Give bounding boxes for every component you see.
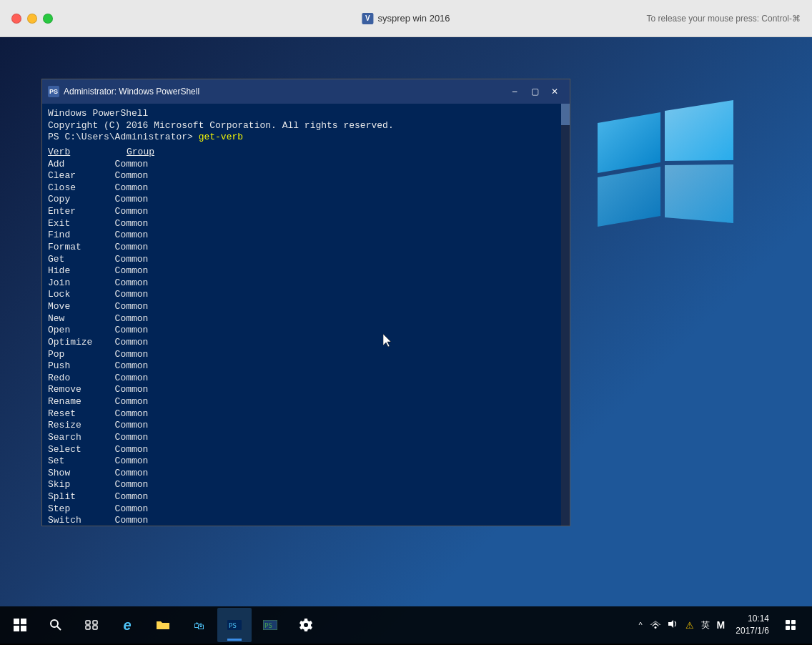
verb-row: Lock Common	[48, 289, 555, 301]
mac-window-buttons	[11, 14, 53, 24]
ps-terminal[interactable]: Windows PowerShell Copyright (C) 2016 Mi…	[42, 104, 561, 526]
mac-titlebar: V sysprep win 2016 To release your mouse…	[0, 0, 812, 37]
verb-row: Hide Common	[48, 265, 555, 277]
verb-row: Exit Common	[48, 218, 555, 230]
system-tray: ^ ⚠ 英 M	[636, 618, 727, 633]
svg-rect-24	[791, 626, 796, 630]
svg-marker-20	[668, 620, 673, 628]
verb-row: Join Common	[48, 277, 555, 290]
powershell2-taskbar-button[interactable]: PS	[253, 608, 287, 642]
tray-network-icon[interactable]	[648, 618, 663, 632]
file-explorer-button[interactable]	[146, 608, 180, 642]
ps-window-controls[interactable]: – ▢ ✕	[505, 84, 564, 99]
verb-row: Search Common	[48, 432, 555, 444]
ps-scrollbar[interactable]	[561, 104, 570, 526]
verb-row: Select Common	[48, 444, 555, 456]
svg-rect-13	[86, 626, 90, 629]
verb-row: Optimize Common	[48, 337, 555, 349]
verb-row: Show Common	[48, 468, 555, 480]
clock-time: 10:14	[736, 613, 769, 625]
ps-header-line1: Windows PowerShell	[48, 108, 555, 120]
verb-row: Close Common	[48, 182, 555, 195]
svg-rect-21	[786, 620, 790, 624]
powershell-window: PS Administrator: Windows PowerShell – ▢…	[41, 79, 570, 526]
verb-row: Switch Common	[48, 515, 555, 526]
verb-row: Split Common	[48, 491, 555, 503]
svg-rect-7	[14, 626, 19, 631]
verb-row: Get Common	[48, 254, 555, 266]
verb-row: Find Common	[48, 230, 555, 242]
edge-button[interactable]: e	[110, 608, 144, 642]
svg-point-19	[654, 626, 656, 629]
ps-close-button[interactable]: ✕	[545, 84, 564, 99]
windows-logo	[583, 80, 741, 237]
verb-row: Redo Common	[48, 373, 555, 385]
svg-rect-6	[21, 619, 26, 624]
svg-rect-14	[93, 626, 97, 629]
mac-close-button[interactable]	[11, 14, 21, 24]
ps-restore-button[interactable]: ▢	[525, 84, 544, 99]
settings-button[interactable]	[289, 608, 323, 642]
powershell-taskbar-button[interactable]: PS	[217, 608, 252, 642]
store-button[interactable]: 🛍	[182, 608, 216, 642]
tray-warning-icon[interactable]: ⚠	[683, 619, 696, 632]
verb-row: Enter Common	[48, 206, 555, 218]
ps-col-group: Group	[127, 147, 154, 157]
verb-row: Push Common	[48, 360, 555, 373]
verb-row: Remove Common	[48, 384, 555, 396]
svg-point-9	[51, 620, 58, 627]
svg-rect-8	[21, 626, 26, 631]
clock-display[interactable]: 10:14 2017/1/6	[731, 611, 773, 639]
svg-rect-23	[786, 626, 790, 630]
verb-row: New Common	[48, 313, 555, 325]
svg-marker-0	[598, 112, 660, 173]
ps-titlebar[interactable]: PS Administrator: Windows PowerShell – ▢…	[42, 79, 570, 104]
ps-prompt-line: PS C:\Users\Administrator> get-verb	[48, 132, 555, 144]
verb-row: Clear Common	[48, 170, 555, 182]
ps-scrollbar-thumb[interactable]	[561, 104, 570, 125]
verb-row: Move Common	[48, 301, 555, 313]
ps-command: get-verb	[199, 132, 243, 142]
svg-line-10	[57, 626, 61, 630]
ps-header-line2: Copyright (C) 2016 Microsoft Corporation…	[48, 120, 555, 132]
start-button[interactable]	[3, 608, 37, 642]
tray-volume-icon[interactable]	[666, 618, 680, 632]
taskbar: e 🛍 PS PS ^	[0, 606, 812, 644]
svg-rect-11	[86, 621, 90, 624]
verb-list: Add CommonClear CommonClose CommonCopy C…	[48, 159, 555, 526]
svg-rect-5	[14, 619, 19, 624]
verb-row: Step Common	[48, 503, 555, 516]
notification-button[interactable]	[778, 612, 803, 638]
verb-row: Copy Common	[48, 194, 555, 206]
ps-output-header: VerbGroup	[48, 147, 555, 159]
svg-rect-22	[791, 620, 796, 624]
svg-marker-3	[665, 164, 733, 223]
svg-marker-1	[665, 100, 733, 161]
vm-icon: V	[362, 13, 373, 24]
svg-text:PS: PS	[264, 622, 272, 629]
mac-minimize-button[interactable]	[27, 14, 37, 24]
clock-date: 2017/1/6	[736, 625, 769, 637]
search-button[interactable]	[39, 608, 73, 642]
desktop: PS Administrator: Windows PowerShell – ▢…	[0, 37, 812, 644]
verb-row: Reset Common	[48, 408, 555, 420]
svg-text:PS: PS	[229, 622, 237, 629]
ps-app-icon: PS	[48, 86, 59, 97]
task-view-button[interactable]	[74, 608, 109, 642]
svg-marker-2	[598, 167, 660, 227]
verb-row: Skip Common	[48, 479, 555, 491]
mac-window-title: sysprep win 2016	[377, 13, 450, 24]
ps-prompt: PS C:\Users\Administrator>	[48, 132, 199, 142]
verb-row: Set Common	[48, 456, 555, 468]
tray-app-icon[interactable]: M	[715, 618, 728, 632]
verb-row: Open Common	[48, 325, 555, 337]
mac-maximize-button[interactable]	[43, 14, 53, 24]
mac-hint-text: To release your mouse press: Control-⌘	[647, 14, 801, 24]
ps-content-area: Windows PowerShell Copyright (C) 2016 Mi…	[42, 104, 570, 526]
ps-titlebar-left: PS Administrator: Windows PowerShell	[48, 86, 199, 97]
mac-title-area: V sysprep win 2016	[362, 13, 450, 24]
ps-minimize-button[interactable]: –	[505, 84, 524, 99]
ps-window-title: Administrator: Windows PowerShell	[64, 87, 199, 97]
tray-lang-icon[interactable]: 英	[699, 618, 712, 633]
tray-chevron[interactable]: ^	[636, 619, 644, 631]
